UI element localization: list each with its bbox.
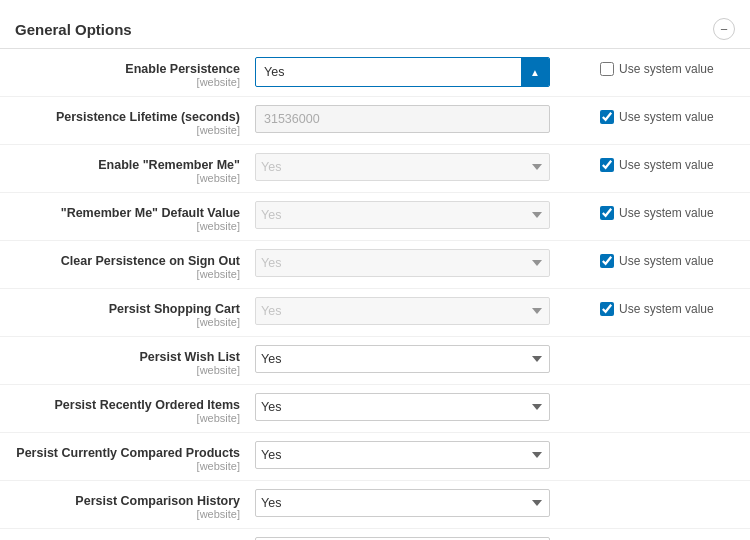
system-value-label-enable-remember-me: Use system value [619,158,714,172]
form-row-enable-remember-me: Enable "Remember Me"[website]YesNoUse sy… [0,145,750,193]
form-row-persist-comparison-history: Persist Comparison History[website]YesNo [0,481,750,529]
system-value-checkbox-persistence-lifetime[interactable] [600,110,614,124]
system-value-label-remember-me-default: Use system value [619,206,714,220]
page-container: General Options − Enable Persistence[web… [0,0,750,540]
system-value-checkbox-persist-shopping-cart[interactable] [600,302,614,316]
select-remember-me-default: YesNo [255,201,550,229]
input-col-persist-currently-compared: YesNo [255,441,585,469]
system-value-wrap-enable-persistence: Use system value [600,62,714,76]
label-sub-enable-persistence: [website] [15,76,240,88]
system-value-col-enable-remember-me: Use system value [585,153,735,172]
system-value-label-enable-persistence: Use system value [619,62,714,76]
form-row-clear-persistence-sign-out: Clear Persistence on Sign Out[website]Ye… [0,241,750,289]
input-col-remember-me-default: YesNo [255,201,585,229]
system-value-checkbox-remember-me-default[interactable] [600,206,614,220]
label-col-remember-me-default: "Remember Me" Default Value[website] [15,201,255,232]
label-col-persistence-lifetime: Persistence Lifetime (seconds)[website] [15,105,255,136]
system-value-col-persist-shopping-cart: Use system value [585,297,735,316]
select-persist-shopping-cart: YesNo [255,297,550,325]
select-persist-currently-compared[interactable]: YesNo [255,441,550,469]
system-value-checkbox-enable-persistence[interactable] [600,62,614,76]
system-value-col-persistence-lifetime: Use system value [585,105,735,124]
input-col-persist-shopping-cart: YesNo [255,297,585,325]
label-sub-persist-shopping-cart: [website] [15,316,240,328]
label-main-persist-recently-ordered: Persist Recently Ordered Items [15,398,240,412]
system-value-col-enable-persistence: Use system value [585,57,735,76]
label-col-persist-currently-compared: Persist Currently Compared Products[webs… [15,441,255,472]
label-main-persist-currently-compared: Persist Currently Compared Products [15,446,240,460]
system-value-col-persist-currently-compared [585,441,735,446]
form-row-persistence-lifetime: Persistence Lifetime (seconds)[website]U… [0,97,750,145]
input-col-clear-persistence-sign-out: YesNo [255,249,585,277]
label-sub-clear-persistence-sign-out: [website] [15,268,240,280]
label-main-enable-remember-me: Enable "Remember Me" [15,158,240,172]
form-row-enable-persistence: Enable Persistence[website]Yes▲Use syste… [0,49,750,97]
system-value-wrap-remember-me-default: Use system value [600,206,714,220]
collapse-button[interactable]: − [713,18,735,40]
select-clear-persistence-sign-out: YesNo [255,249,550,277]
label-main-persistence-lifetime: Persistence Lifetime (seconds) [15,110,240,124]
label-col-persist-comparison-history: Persist Comparison History[website] [15,489,255,520]
system-value-wrap-clear-persistence-sign-out: Use system value [600,254,714,268]
system-value-checkbox-enable-remember-me[interactable] [600,158,614,172]
form-rows-container: Enable Persistence[website]Yes▲Use syste… [0,49,750,540]
form-row-persist-recently-ordered: Persist Recently Ordered Items[website]Y… [0,385,750,433]
system-value-wrap-enable-remember-me: Use system value [600,158,714,172]
input-col-persist-comparison-history: YesNo [255,489,585,517]
text-input-persistence-lifetime [255,105,550,133]
label-main-persist-comparison-history: Persist Comparison History [15,494,240,508]
enable-persistence-value: Yes [256,61,521,83]
form-row-persist-wish-list: Persist Wish List[website]YesNo [0,337,750,385]
enable-persistence-wrapper: Yes▲ [255,57,550,87]
input-col-enable-remember-me: YesNo [255,153,585,181]
label-col-persist-shopping-cart: Persist Shopping Cart[website] [15,297,255,328]
label-main-remember-me-default: "Remember Me" Default Value [15,206,240,220]
label-sub-persist-currently-compared: [website] [15,460,240,472]
input-col-enable-persistence: Yes▲ [255,57,585,87]
system-value-col-remember-me-default: Use system value [585,201,735,220]
label-sub-persist-wish-list: [website] [15,364,240,376]
label-sub-enable-remember-me: [website] [15,172,240,184]
label-col-persist-wish-list: Persist Wish List[website] [15,345,255,376]
label-main-persist-shopping-cart: Persist Shopping Cart [15,302,240,316]
label-main-clear-persistence-sign-out: Clear Persistence on Sign Out [15,254,240,268]
input-col-persist-wish-list: YesNo [255,345,585,373]
system-value-checkbox-clear-persistence-sign-out[interactable] [600,254,614,268]
system-value-label-persist-shopping-cart: Use system value [619,302,714,316]
label-col-clear-persistence-sign-out: Clear Persistence on Sign Out[website] [15,249,255,280]
select-persist-comparison-history[interactable]: YesNo [255,489,550,517]
enable-persistence-arrow-button[interactable]: ▲ [521,58,549,86]
system-value-wrap-persist-shopping-cart: Use system value [600,302,714,316]
system-value-wrap-persistence-lifetime: Use system value [600,110,714,124]
form-row-remember-me-default: "Remember Me" Default Value[website]YesN… [0,193,750,241]
label-sub-remember-me-default: [website] [15,220,240,232]
system-value-col-persist-recently-ordered [585,393,735,398]
label-main-enable-persistence: Enable Persistence [15,62,240,76]
label-col-enable-persistence: Enable Persistence[website] [15,57,255,88]
label-col-enable-remember-me: Enable "Remember Me"[website] [15,153,255,184]
form-row-persist-shopping-cart: Persist Shopping Cart[website]YesNoUse s… [0,289,750,337]
form-row-persist-recently-viewed: Persist Recently Viewed Products[website… [0,529,750,540]
select-persist-wish-list[interactable]: YesNo [255,345,550,373]
label-sub-persist-recently-ordered: [website] [15,412,240,424]
system-value-label-clear-persistence-sign-out: Use system value [619,254,714,268]
label-sub-persist-comparison-history: [website] [15,508,240,520]
system-value-col-persist-wish-list [585,345,735,350]
input-col-persist-recently-ordered: YesNo [255,393,585,421]
section-title: General Options [15,21,132,38]
label-main-persist-wish-list: Persist Wish List [15,350,240,364]
system-value-col-clear-persistence-sign-out: Use system value [585,249,735,268]
input-col-persistence-lifetime [255,105,585,133]
select-persist-recently-ordered[interactable]: YesNo [255,393,550,421]
section-header: General Options − [0,10,750,49]
system-value-col-persist-comparison-history [585,489,735,494]
label-col-persist-recently-ordered: Persist Recently Ordered Items[website] [15,393,255,424]
select-enable-remember-me: YesNo [255,153,550,181]
system-value-label-persistence-lifetime: Use system value [619,110,714,124]
form-row-persist-currently-compared: Persist Currently Compared Products[webs… [0,433,750,481]
label-sub-persistence-lifetime: [website] [15,124,240,136]
